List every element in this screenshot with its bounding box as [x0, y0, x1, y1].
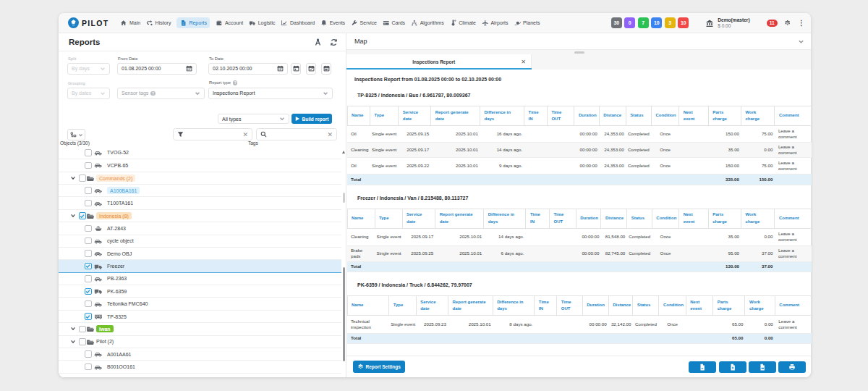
splitter-drag-handle[interactable] — [574, 51, 584, 54]
tree-row-at-2843[interactable]: AT-2843 — [59, 222, 341, 235]
nav-item-algorithms[interactable]: Algorithms — [411, 17, 444, 28]
export-csv-button[interactable] — [689, 361, 716, 373]
tree-row-indonesia-8-[interactable]: Indonesia (8) — [59, 210, 341, 222]
tree-row-vcpb-65[interactable]: VCPB-65 — [59, 159, 341, 172]
counter-badge-0[interactable]: 30 — [611, 17, 622, 28]
grouping-select[interactable]: By dates — [67, 88, 110, 99]
clear-search-icon[interactable]: ✕ — [327, 132, 333, 138]
checkbox[interactable] — [85, 300, 92, 308]
nav-item-main[interactable]: Main — [120, 17, 140, 28]
tree-row-pilot-2-[interactable]: Pilot (2) — [59, 336, 341, 348]
notifications-badge[interactable]: 11 — [767, 20, 778, 27]
tree-row-t100ta161[interactable]: T100TA161 — [59, 197, 341, 209]
from-date-input[interactable]: 01.08.2025 00:00 — [117, 63, 197, 75]
checkbox[interactable] — [85, 250, 92, 257]
refresh-icon[interactable] — [330, 38, 338, 46]
tree-row-iwan[interactable]: Iwan — [59, 323, 341, 335]
split-value: By days — [72, 66, 100, 71]
scrollbar-thumb-secondary[interactable] — [343, 193, 346, 203]
settings-gear-icon[interactable] — [784, 17, 791, 30]
tree-row-pb-2363[interactable]: PB-2363 — [59, 273, 341, 285]
nav-item-climate[interactable]: Climate — [450, 17, 476, 28]
checkbox[interactable] — [85, 162, 92, 169]
nav-item-history[interactable]: History — [146, 17, 171, 28]
tree-row-pk-6359[interactable]: PK-6359 — [59, 285, 341, 298]
counter-badge-2[interactable]: 7 — [638, 17, 649, 28]
map-header[interactable]: Map — [346, 33, 811, 50]
tags-filter-input[interactable]: ✕ — [173, 128, 252, 140]
object-type-select[interactable]: All types — [218, 114, 289, 124]
export-print-button[interactable] — [778, 361, 806, 373]
checkbox[interactable] — [85, 149, 92, 156]
boat-icon — [94, 224, 103, 232]
chevron-down-icon[interactable] — [70, 339, 76, 345]
nav-item-logistic[interactable]: Logistic — [249, 17, 275, 28]
scroll-up-icon[interactable] — [342, 151, 345, 154]
checkbox[interactable] — [85, 237, 92, 245]
checkbox[interactable] — [85, 225, 92, 232]
chevron-down-icon[interactable] — [70, 326, 76, 332]
tree-row-freezer[interactable]: Freezer — [59, 260, 341, 272]
nav-item-dashboard[interactable]: Dashboard — [281, 17, 315, 28]
counter-badge-5[interactable]: 10 — [678, 17, 689, 28]
tree-row-teltonika-fmc640[interactable]: Teltonika FMC640 — [59, 298, 341, 310]
checkbox[interactable] — [85, 363, 92, 371]
tree-row-tp-8325[interactable]: TP-8325 — [59, 311, 341, 323]
checkbox[interactable] — [85, 200, 92, 207]
report-templates-icon[interactable] — [314, 38, 322, 46]
tree-row-demo-obj[interactable]: Demo OBJ — [59, 248, 341, 260]
nav-item-planets[interactable]: Planets — [514, 17, 540, 28]
split-select[interactable]: By days — [67, 63, 110, 75]
calendar-today-button[interactable] — [291, 63, 301, 75]
checkbox[interactable] — [79, 338, 86, 345]
sensor-tags-select[interactable]: Sensor tags ? — [117, 88, 205, 99]
export-pdf-button[interactable] — [749, 361, 776, 373]
export-xls-button[interactable] — [719, 361, 746, 373]
checkbox[interactable] — [79, 175, 86, 182]
calendar-week-button[interactable] — [306, 63, 316, 75]
more-menu-icon[interactable]: ⋮ — [798, 20, 805, 27]
nav-item-events[interactable]: Events — [320, 17, 345, 28]
checkbox[interactable] — [85, 187, 92, 194]
nav-item-cards[interactable]: Cards — [383, 17, 405, 28]
car-icon — [94, 149, 103, 156]
counter-badge-3[interactable]: 10 — [651, 17, 662, 28]
checkbox[interactable] — [85, 313, 92, 320]
chevron-down-icon[interactable] — [70, 175, 76, 181]
folder-icon — [86, 338, 95, 345]
checkbox[interactable] — [79, 326, 86, 333]
chevron-down-icon[interactable] — [70, 213, 76, 219]
map-collapse-chevron-icon[interactable] — [798, 38, 804, 45]
checkbox[interactable] — [85, 275, 92, 282]
report-type-select[interactable]: Inspections Report — [208, 88, 333, 99]
tree-row-a001aa61[interactable]: A001AA61 — [59, 348, 341, 361]
clear-filter-icon[interactable]: ✕ — [242, 132, 248, 138]
build-report-button[interactable]: Build report — [292, 114, 332, 124]
tree-row-a100ba161[interactable]: A100BA161 — [59, 185, 341, 197]
nav-item-service[interactable]: Service — [351, 17, 377, 28]
nav-item-reports[interactable]: Reports — [176, 17, 210, 28]
checkbox[interactable] — [85, 288, 92, 295]
total-row: Total130.0037.00 — [347, 261, 812, 272]
nav-item-airports[interactable]: Airports — [482, 17, 509, 28]
counter-badge-1[interactable]: 0 — [624, 17, 635, 28]
brand-logo[interactable]: PILOT — [68, 17, 109, 28]
tree-row-cycle-object[interactable]: cycle object — [59, 235, 341, 248]
checkbox[interactable] — [85, 350, 92, 358]
nav-item-account[interactable]: Account — [216, 17, 243, 28]
tree-row-b001oo161[interactable]: B001OO161 — [59, 361, 341, 373]
tree-view-button[interactable] — [67, 129, 85, 140]
account-widget[interactable]: Demo(master) $ 0.00 — [705, 17, 749, 28]
counter-badge-4[interactable]: 3 — [665, 17, 676, 28]
scrollbar-thumb[interactable] — [343, 267, 346, 361]
to-date-input[interactable]: 02.10.2025 00:00 — [208, 63, 288, 75]
objects-search-input[interactable]: ✕ — [256, 128, 337, 140]
checkbox[interactable] — [79, 212, 86, 219]
tab-close-icon[interactable]: ✕ — [521, 59, 526, 65]
report-settings-button[interactable]: Report Settings — [353, 361, 405, 373]
tree-row-commands-2-[interactable]: Commands (2) — [59, 172, 341, 185]
calendar-month-button[interactable] — [321, 63, 331, 75]
checkbox[interactable] — [85, 263, 92, 270]
pilot-logo-icon — [68, 17, 79, 28]
tree-row-tvog-52[interactable]: TVOG-52 — [59, 147, 341, 159]
